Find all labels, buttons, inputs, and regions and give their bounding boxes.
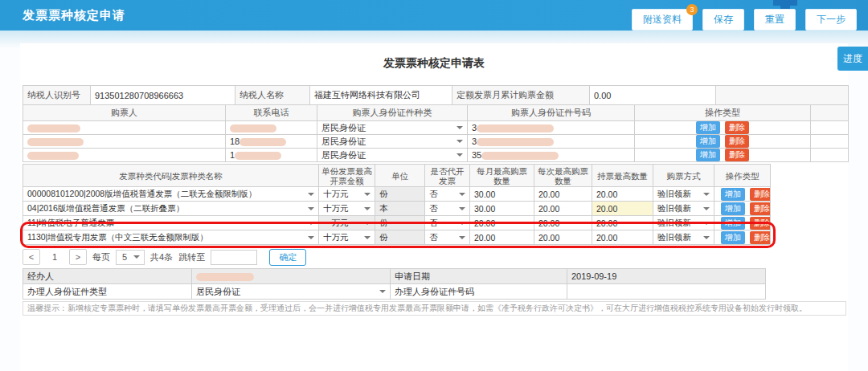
redacted-handler-name	[196, 273, 254, 281]
purchase-method-select[interactable]: 验旧领新	[653, 230, 714, 245]
save-button[interactable]: 保存	[702, 9, 744, 31]
monthly-max-cell[interactable]: 30.00	[470, 187, 534, 202]
chevron-down-icon	[364, 207, 371, 210]
buyer-phone-cell[interactable]	[226, 121, 317, 135]
redacted-name	[27, 152, 79, 160]
buyers-header-filler	[811, 105, 849, 121]
per-time-max-cell[interactable]: 20.00	[534, 187, 592, 202]
invoice-name-select[interactable]: 1130|增值税专用发票（中文三联无金额限制版）	[23, 230, 319, 245]
chevron-down-icon	[459, 207, 465, 210]
buyer-id-no-cell[interactable]: 3	[468, 135, 635, 149]
delete-buyer-button[interactable]: 删除	[725, 149, 749, 161]
per-time-max-cell[interactable]: 20.00	[534, 202, 592, 216]
id-type-value: 居民身份证	[321, 123, 366, 132]
agency-value: 否	[429, 203, 438, 213]
agency-select[interactable]: 否	[425, 202, 470, 216]
buyer-name-cell[interactable]	[23, 121, 226, 135]
buyers-header-id-no: 购票人身份证件号码	[468, 105, 635, 121]
page-title: 发票票种核定申请	[23, 0, 125, 31]
holding-max-cell[interactable]: 20.00	[592, 202, 653, 216]
max-amount-select[interactable]: 十万元	[319, 202, 375, 216]
purchase-method-select[interactable]: 验旧领新	[653, 187, 714, 202]
inv-header-per-time: 每次最高购票数量	[534, 165, 592, 187]
next-page-button[interactable]: >	[69, 249, 87, 265]
buyers-header-op: 操作类型	[635, 105, 811, 121]
progress-button[interactable]: 进度	[837, 47, 868, 71]
holding-max-cell[interactable]: 20.00	[592, 230, 653, 245]
delete-invoice-button[interactable]: 删除	[750, 231, 771, 244]
handler-id-no-value[interactable]	[567, 284, 766, 300]
form-title: 发票票种核定申请表	[20, 56, 848, 71]
purchase-method-select[interactable]: 验旧领新	[653, 216, 714, 230]
page-size-select[interactable]: 5	[116, 250, 145, 265]
holding-max-cell[interactable]: 20.00	[592, 187, 653, 202]
add-buyer-button[interactable]: 增加	[696, 121, 720, 134]
buyer-id-type-select[interactable]: 居民身份证	[317, 149, 468, 162]
delete-invoice-button[interactable]: 删除	[750, 202, 771, 215]
add-buyer-button[interactable]: 增加	[696, 149, 720, 161]
max-amount-select[interactable]: 十万元	[319, 187, 375, 202]
next-step-button[interactable]: 下一步	[805, 9, 857, 31]
current-page-number[interactable]: 1	[46, 249, 63, 265]
redacted-name	[27, 138, 84, 146]
add-invoice-button[interactable]: 增加	[721, 202, 745, 215]
buyer-id-type-select[interactable]: 居民身份证	[317, 135, 468, 149]
agency-select[interactable]: 否	[425, 230, 470, 245]
max-amount-select[interactable]: 一万元	[319, 216, 375, 230]
add-invoice-button[interactable]: 增加	[721, 231, 745, 244]
attach-material-label: 附送资料	[643, 14, 682, 25]
prev-page-button[interactable]: <	[23, 249, 40, 265]
id-type-value: 居民身份证	[321, 137, 366, 146]
add-buyer-button[interactable]: 增加	[696, 135, 720, 148]
buyer-phone-cell[interactable]: 1	[226, 149, 317, 162]
attach-count-badge: 3	[686, 4, 698, 15]
monthly-max-cell[interactable]: 20.00	[470, 230, 534, 245]
delete-invoice-button[interactable]: 删除	[750, 188, 771, 201]
invoice-name-select[interactable]: 04|2016版增值税普通发票（二联折叠票）	[23, 202, 319, 216]
delete-invoice-button[interactable]: 删除	[750, 217, 771, 230]
buyer-id-no-cell[interactable]: 35	[468, 149, 635, 162]
buyer-name-cell[interactable]	[23, 135, 226, 149]
buyer-op-cell: 增加删除	[635, 135, 811, 149]
buyer-id-no-cell[interactable]: 3	[468, 121, 635, 135]
total-count-label: 共4条	[150, 251, 173, 263]
handler-id-type-select[interactable]: 居民身份证	[192, 284, 391, 300]
delete-buyer-button[interactable]: 删除	[725, 135, 749, 148]
buyer-phone-cell[interactable]: 18	[226, 135, 317, 149]
inv-header-agency: 是否代开发票	[425, 165, 470, 187]
jump-page-input[interactable]	[211, 250, 257, 265]
redacted-phone	[235, 152, 281, 160]
invoice-row: 04|2016版增值税普通发票（二联折叠票） 十万元 本 否 30.00 20.…	[23, 202, 771, 216]
add-invoice-button[interactable]: 增加	[721, 217, 745, 230]
reset-button[interactable]: 重置	[754, 9, 796, 31]
notice-text: 温馨提示：新增核定专票票种时，请填写单份发票最高开票金额，受理通过后，会一并进行…	[23, 301, 846, 316]
invoice-name-value: 04|2016版增值税普通发票（二联折叠票）	[27, 203, 184, 213]
handler-value-cell[interactable]	[192, 269, 391, 284]
monthly-max-cell[interactable]: 20.00	[470, 216, 534, 230]
attach-material-button[interactable]: 附送资料 3	[632, 9, 693, 31]
max-amount-select[interactable]: 十万元	[319, 230, 375, 245]
invoice-name-select[interactable]: 000008101200|2008版增值税普通发票（二联无金额限制版）	[23, 187, 319, 202]
buyers-table: 购票人 联系电话 购票人身份证件种类 购票人身份证件号码 操作类型 居民身份证 …	[23, 104, 849, 162]
agency-value: 否	[429, 232, 438, 242]
agency-select[interactable]: 否	[425, 216, 470, 230]
buyer-row: 1 居民身份证 35 增加删除	[23, 149, 849, 162]
taxpayer-name-label: 纳税人名称	[235, 86, 310, 105]
chevron-down-icon	[703, 236, 710, 239]
per-time-max-cell[interactable]: 20.00	[534, 216, 592, 230]
jump-confirm-button[interactable]: 确定	[269, 249, 306, 266]
buyer-id-type-select[interactable]: 居民身份证	[317, 121, 468, 135]
chevron-down-icon	[133, 255, 140, 259]
agency-value: 否	[429, 189, 438, 198]
monthly-max-cell[interactable]: 30.00	[470, 202, 534, 216]
buyer-name-cell[interactable]	[23, 149, 226, 162]
handler-id-no-label: 办理人身份证件号码	[391, 284, 567, 300]
delete-buyer-button[interactable]: 删除	[725, 121, 749, 134]
per-time-max-cell[interactable]: 20.00	[534, 230, 592, 245]
invoice-name-select[interactable]: 11|增值税电子普通发票	[23, 216, 319, 230]
agency-select[interactable]: 否	[425, 187, 470, 202]
add-invoice-button[interactable]: 增加	[721, 188, 745, 201]
purchase-method-select[interactable]: 验旧领新	[653, 202, 714, 216]
handler-id-type-label: 办理人身份证件类型	[23, 284, 192, 300]
holding-max-cell[interactable]: 20.00	[592, 216, 653, 230]
